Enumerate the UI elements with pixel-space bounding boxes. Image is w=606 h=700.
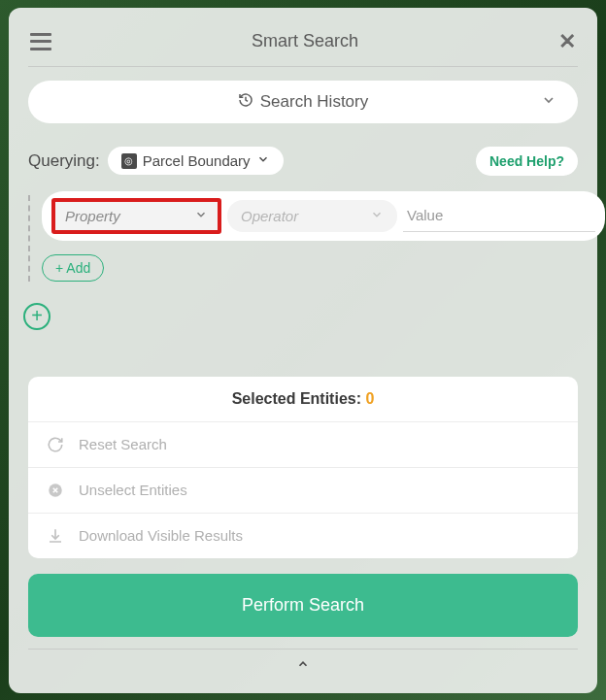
menu-icon[interactable]	[30, 33, 51, 50]
query-builder: Property Operator + Add	[28, 191, 578, 282]
search-history-dropdown[interactable]: Search History	[28, 81, 578, 123]
chevron-down-icon	[194, 208, 208, 224]
collapse-button[interactable]	[28, 653, 578, 676]
panel-header: Smart Search ✕	[28, 25, 578, 66]
add-group-button[interactable]: +	[23, 303, 50, 330]
unselect-label: Unselect Entities	[79, 482, 187, 498]
query-left: Querying: ◎ Parcel Boundary	[28, 147, 284, 175]
search-history-label: Search History	[238, 92, 368, 112]
history-icon	[238, 92, 253, 111]
operator-select[interactable]: Operator	[227, 200, 397, 232]
query-label: Querying:	[28, 151, 100, 171]
layer-name: Parcel Boundary	[143, 152, 251, 169]
dashed-line	[28, 195, 30, 282]
refresh-icon	[46, 435, 65, 454]
add-condition-button[interactable]: + Add	[42, 254, 104, 282]
reset-search-button[interactable]: Reset Search	[28, 422, 578, 468]
value-input[interactable]	[403, 199, 595, 232]
close-icon[interactable]: ✕	[558, 31, 576, 52]
download-icon	[46, 526, 65, 546]
chevron-down-icon	[541, 92, 556, 111]
condition-row: Property Operator	[42, 191, 605, 241]
entities-label: Selected Entities:	[232, 390, 366, 407]
property-select[interactable]: Property	[51, 198, 221, 234]
builder-content: Property Operator + Add	[42, 191, 605, 282]
entities-header: Selected Entities: 0	[28, 377, 578, 422]
need-help-button[interactable]: Need Help?	[476, 147, 578, 176]
panel-title: Smart Search	[252, 31, 358, 51]
divider	[28, 66, 578, 67]
search-history-text: Search History	[260, 92, 368, 112]
layer-select[interactable]: ◎ Parcel Boundary	[108, 147, 284, 175]
property-placeholder: Property	[65, 208, 120, 224]
chevron-down-icon	[370, 208, 384, 224]
query-row: Querying: ◎ Parcel Boundary Need Help?	[28, 147, 578, 176]
entities-count: 0	[365, 390, 374, 407]
reset-label: Reset Search	[79, 436, 167, 452]
layer-icon: ◎	[121, 153, 137, 169]
perform-search-button[interactable]: Perform Search	[28, 574, 578, 637]
footer-divider	[28, 649, 578, 650]
download-label: Download Visible Results	[79, 527, 243, 544]
entities-box: Selected Entities: 0 Reset Search Unsele…	[28, 377, 578, 558]
unselect-entities-button[interactable]: Unselect Entities	[28, 468, 578, 514]
chevron-down-icon	[256, 152, 270, 169]
operator-placeholder: Operator	[241, 208, 298, 224]
group-rail	[28, 191, 30, 282]
smart-search-panel: Smart Search ✕ Search History Querying: …	[9, 8, 597, 693]
close-circle-icon	[46, 481, 65, 500]
download-results-button[interactable]: Download Visible Results	[28, 514, 578, 558]
